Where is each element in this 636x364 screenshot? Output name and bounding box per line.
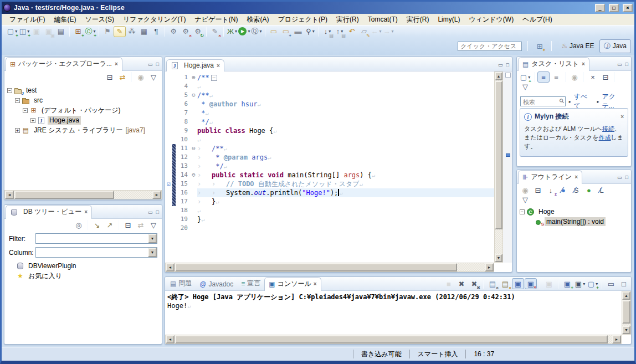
fold-marker-icon[interactable]: ⊖ — [190, 91, 197, 100]
scroll-right-button[interactable]: ► — [485, 263, 494, 271]
previous-annotation-icon[interactable]: ↑▤▾ — [334, 26, 346, 37]
scroll-up-button[interactable]: ▲ — [495, 72, 502, 80]
pin-console-icon[interactable]: ▣+ — [561, 278, 573, 289]
view-menu-icon[interactable]: ▽ — [147, 71, 160, 83]
scroll-right-button[interactable]: ► — [152, 191, 161, 199]
delete-task-icon[interactable]: × — [587, 71, 599, 83]
expander-triangle-icon[interactable]: ▸ — [597, 99, 599, 104]
perspective-java-ee-button[interactable]: ♨Java EE — [557, 39, 598, 53]
menu-item-11[interactable]: ウィンドウ(W) — [464, 14, 518, 25]
scrollbar-thumb[interactable] — [495, 81, 502, 229]
code-line[interactable]: 8 */↵ — [165, 117, 494, 126]
view-menu-icon[interactable]: ▽ — [519, 194, 531, 205]
tab-declaration[interactable]: ≡宣言 — [237, 277, 264, 290]
next-edit-location-icon[interactable]: ▱✎ — [358, 26, 370, 37]
close-icon[interactable]: × — [84, 209, 88, 215]
mylyn-link[interactable]: 作成 — [599, 134, 611, 141]
maximize-view-icon[interactable]: □ — [618, 278, 630, 289]
minimize-view-icon[interactable]: ▭ — [605, 278, 617, 289]
link-with-editor-icon[interactable]: ⇄ — [116, 71, 129, 83]
tree-expander-icon[interactable]: − — [7, 88, 12, 93]
tomcat-stop-icon[interactable]: ⚙× — [179, 26, 192, 37]
view-menu-icon[interactable]: ▽ — [519, 81, 531, 92]
focus-on-task-icon[interactable]: ◉ — [135, 71, 147, 83]
show-console-on-error-icon[interactable]: ▣× — [525, 278, 537, 289]
minimize-view-icon[interactable]: ▭ — [146, 61, 155, 67]
scroll-down-button[interactable]: ▼ — [495, 254, 502, 262]
scheduled-view-icon[interactable]: ≡ — [550, 71, 562, 83]
debug-icon[interactable]: Ж▾ — [226, 26, 238, 37]
collapse-all-icon[interactable]: ⊟ — [599, 71, 612, 83]
quick-access-input[interactable] — [458, 42, 522, 51]
tree-expander-icon[interactable]: − — [520, 209, 525, 214]
new-java-class-icon[interactable]: Ⓒ+▾ — [84, 26, 96, 37]
tree-expander-icon[interactable]: + — [15, 128, 20, 133]
tree-item[interactable]: −Jtest — [6, 85, 161, 95]
hide-non-public-icon[interactable]: ● — [583, 184, 595, 196]
next-annotation-icon[interactable]: ↓▤▾ — [321, 26, 334, 37]
close-icon[interactable]: × — [620, 114, 624, 120]
hide-local-types-icon[interactable]: L∕ — [596, 184, 608, 196]
perspective-java-button[interactable]: ⒿJava — [599, 39, 631, 53]
close-icon[interactable]: × — [115, 61, 118, 67]
tree-item[interactable]: +JHoge.java — [6, 115, 161, 125]
menu-item-7[interactable]: 実行(R) — [332, 14, 363, 25]
menu-item-1[interactable]: 編集(E) — [49, 14, 80, 25]
hide-static-members-icon[interactable]: S∕ — [570, 184, 582, 196]
scrollbar-thumb[interactable] — [175, 335, 608, 344]
code-line[interactable]: 4↵ — [165, 82, 494, 91]
scroll-right-button[interactable]: ► — [612, 335, 621, 344]
refresh-icon[interactable]: ⇄ — [135, 219, 147, 230]
open-perspective-icon[interactable]: ⊞✦ — [534, 40, 546, 52]
tomcat-restart-icon[interactable]: ⚙↻ — [192, 26, 204, 37]
menu-item-10[interactable]: Limy(L) — [433, 14, 464, 24]
menu-item-12[interactable]: ヘルプ(H) — [518, 14, 557, 25]
close-icon[interactable]: × — [217, 63, 220, 69]
tab-package-explorer[interactable]: ⊞ パッケージ・エクスプローラ... × — [6, 57, 122, 71]
code-line[interactable]: 20 — [165, 224, 494, 233]
tree-item[interactable]: Smain(String[]) : void — [518, 217, 630, 227]
scroll-left-button[interactable]: ◄ — [5, 191, 14, 199]
menu-item-0[interactable]: ファイル(F) — [5, 14, 49, 25]
minimize-view-icon[interactable]: ▭ — [616, 61, 624, 67]
code-line[interactable]: 10↵ — [165, 135, 494, 144]
skip-all-breakpoints-icon[interactable]: ✎× — [209, 26, 221, 37]
minimize-window-button[interactable]: _ — [595, 4, 605, 12]
import-icon[interactable]: ↘ — [91, 219, 103, 230]
code-line[interactable]: 16››System.out.println("Hoge!");↵ — [165, 188, 494, 197]
filter-combo[interactable]: ▼ — [35, 233, 157, 244]
close-window-button[interactable]: × — [623, 4, 633, 12]
code-line[interactable]: 11⊖›/**↵ — [165, 144, 494, 153]
maximize-window-button[interactable]: □ — [609, 4, 619, 12]
tab-javadoc[interactable]: @Javadoc — [196, 279, 237, 290]
combo-dropdown-icon[interactable]: ▼ — [148, 248, 157, 257]
menu-item-8[interactable]: Tomcat(T) — [363, 14, 402, 24]
code-line[interactable]: 17›}↵ — [165, 197, 494, 206]
tree-item[interactable]: +▤JRE システム・ライブラリー[java7] — [6, 125, 161, 135]
collapse-all-icon[interactable]: ⊟ — [122, 219, 134, 230]
console-output[interactable]: <終了> Hoge [Java アプリケーション] C:¥pleiades4¥j… — [165, 291, 622, 335]
coverage-icon[interactable]: Ⓠ▾ — [250, 26, 263, 37]
code-line[interactable]: 5⊖/**↵ — [165, 91, 494, 100]
console-horizontal-scrollbar[interactable]: ◄ ► — [165, 335, 622, 344]
expander-triangle-icon[interactable]: ▸ — [569, 99, 571, 104]
code-line[interactable]: 19}↵ — [165, 215, 494, 224]
overview-ruler[interactable] — [504, 71, 512, 263]
code-line[interactable]: ☑15››// TODO 自動生成されたメソッド・スタブ↵ — [165, 180, 494, 188]
maximize-view-icon[interactable]: □ — [155, 61, 161, 67]
focus-on-workweek-icon[interactable]: ◉ — [568, 71, 581, 83]
tree-item[interactable]: −⊞(デフォルト・パッケージ) — [6, 105, 161, 115]
close-icon[interactable]: × — [582, 61, 585, 67]
maximize-view-icon[interactable]: □ — [505, 62, 511, 68]
tree-expander-icon[interactable]: + — [30, 118, 35, 123]
open-file-icon[interactable]: ▭ — [268, 26, 280, 37]
new-wizard-icon[interactable]: ▢+▾ — [6, 26, 18, 37]
scrollbar-thumb[interactable] — [14, 191, 114, 199]
scroll-left-button[interactable]: ◄ — [166, 263, 175, 271]
scroll-down-button[interactable]: ▼ — [622, 326, 630, 334]
menu-item-4[interactable]: ナビゲート(N) — [191, 14, 243, 25]
menu-item-2[interactable]: ソース(S) — [80, 14, 119, 25]
tree-item[interactable]: −src — [6, 95, 161, 105]
horizontal-scrollbar[interactable]: ◄ ► — [4, 190, 162, 199]
scrollbar-thumb[interactable] — [622, 300, 630, 324]
